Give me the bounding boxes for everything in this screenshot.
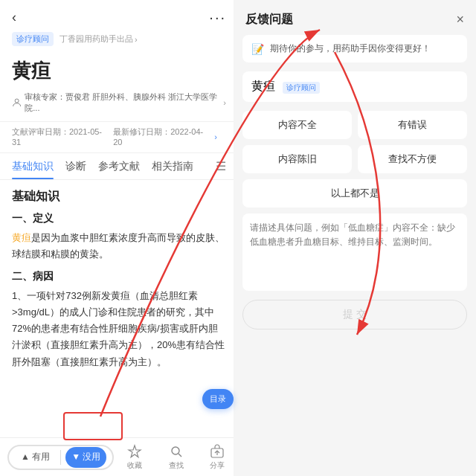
tab-menu-icon[interactable]: ☰ (216, 159, 226, 179)
article-title-text: 黄疸 (251, 80, 275, 92)
breadcrumb-tag[interactable]: 诊疗顾问 (12, 32, 54, 46)
person-icon (12, 97, 22, 108)
meta-section: 审核专家：贾俊君 肝胆外科、胰腺外科 浙江大学医学院... › (0, 91, 238, 122)
right-panel: 反馈问题 × 📝 期待你的参与，用药助手因你变得更好！ 黄疸 诊疗顾问 内容不全… (234, 0, 476, 476)
svg-point-0 (15, 99, 19, 103)
banner-text: 期待你的参与，用药助手因你变得更好！ (270, 42, 431, 55)
published-date: 文献评审日期：2021-05-31 (12, 126, 104, 147)
breadcrumb-item: 丁香园用药助手出品 (60, 33, 133, 45)
bottom-icons: 收藏 查找 分享 (114, 444, 238, 471)
date-row: 文献评审日期：2021-05-31 最新修订日期：2022-04-20 › (0, 122, 238, 153)
top-bar: ‹ ··· (0, 0, 238, 32)
meta-text: 审核专家：贾俊君 肝胆外科、胰腺外科 浙江大学医学院... (25, 91, 222, 114)
article-card-title: 黄疸 诊疗顾问 (251, 79, 458, 94)
breadcrumb: 诊疗顾问 丁香园用药助手出品 › (0, 32, 238, 52)
tab-references[interactable]: 参考文献 (98, 160, 140, 179)
share-button[interactable]: 分享 (210, 444, 225, 471)
sub-title-2: 二、病因 (12, 270, 226, 283)
article-card: 黄疸 诊疗顾问 (242, 71, 467, 102)
share-label: 分享 (210, 460, 225, 471)
breadcrumb-arrow: › (135, 35, 138, 44)
cause-text: 1、一项针对732例新发黄疸（血清总胆红素>3mg/dL）的成人门诊和住院患者的… (12, 288, 226, 370)
left-panel: ‹ ··· 诊疗顾问 丁香园用药助手出品 › 黄疸 审核专家：贾俊君 肝胆外科、… (0, 0, 238, 476)
page-title: 黄疸 (0, 52, 238, 91)
option-incomplete[interactable]: 内容不全 (242, 111, 352, 139)
feedback-title: 反馈问题 (245, 12, 293, 28)
collect-icon (127, 444, 142, 459)
close-icon[interactable]: × (456, 12, 464, 28)
highlight-jaundice: 黄疸 (12, 232, 31, 243)
option-hard-find[interactable]: 查找不方便 (358, 145, 467, 173)
vote-section: ▲ 有用 ▼ 没用 (7, 445, 114, 470)
date-arrow: › (214, 132, 217, 141)
feedback-header: 反馈问题 × (234, 0, 476, 35)
options-grid: 内容不全 有错误 内容陈旧 查找不方便 (234, 111, 476, 173)
updated-date: 最新修订日期：2022-04-20 (113, 126, 205, 147)
search-icon (169, 444, 184, 459)
vote-up-button[interactable]: ▲ 有用 (15, 447, 56, 468)
definition-text: 黄疸是因为血浆中胆红素浓度升高而导致的皮肤、球结膜和粘膜的黄染。 (12, 230, 226, 263)
textarea-wrap (242, 213, 467, 291)
svg-line-2 (178, 454, 181, 457)
more-menu-icon[interactable]: ··· (209, 9, 226, 26)
collect-button[interactable]: 收藏 (127, 444, 142, 471)
back-icon[interactable]: ‹ (12, 10, 16, 25)
tab-bar: 基础知识 诊断 参考文献 相关指南 ☰ (0, 153, 238, 180)
bottom-bar: ▲ 有用 ▼ 没用 收藏 查找 (0, 437, 238, 476)
banner-edit-icon: 📝 (251, 43, 264, 55)
meta-arrow: › (223, 98, 226, 107)
svg-point-1 (172, 447, 179, 454)
search-label: 查找 (169, 460, 184, 471)
sub-title-1: 一、定义 (12, 212, 226, 225)
share-icon (210, 444, 225, 459)
tab-basics[interactable]: 基础知识 (12, 160, 54, 179)
article-tag: 诊疗顾问 (283, 82, 320, 94)
search-button[interactable]: 查找 (169, 444, 184, 471)
option-outdated[interactable]: 内容陈旧 (242, 145, 352, 173)
tab-diagnosis[interactable]: 诊断 (65, 160, 86, 179)
definition-rest: 是因为血浆中胆红素浓度升高而导致的皮肤、球结膜和粘膜的黄染。 (12, 232, 225, 260)
collect-label: 收藏 (127, 460, 142, 471)
option-error[interactable]: 有错误 (358, 111, 467, 139)
toc-float-button[interactable]: 目录 (202, 389, 234, 409)
meta-row: 审核专家：贾俊君 肝胆外科、胰腺外科 浙江大学医学院... › (12, 91, 226, 114)
content-area: 基础知识 一、定义 黄疸是因为血浆中胆红素浓度升高而导致的皮肤、球结膜和粘膜的黄… (0, 180, 238, 476)
feedback-textarea[interactable] (250, 221, 460, 280)
feedback-banner: 📝 期待你的参与，用药助手因你变得更好！ (242, 35, 467, 62)
vote-down-button[interactable]: ▼ 没用 (65, 447, 106, 468)
tab-guidelines[interactable]: 相关指南 (152, 160, 193, 179)
submit-button[interactable]: 提 交 (242, 300, 467, 329)
section-title: 基础知识 (12, 189, 226, 205)
option-none[interactable]: 以上都不是 (242, 179, 467, 208)
vote-divider (60, 450, 61, 465)
